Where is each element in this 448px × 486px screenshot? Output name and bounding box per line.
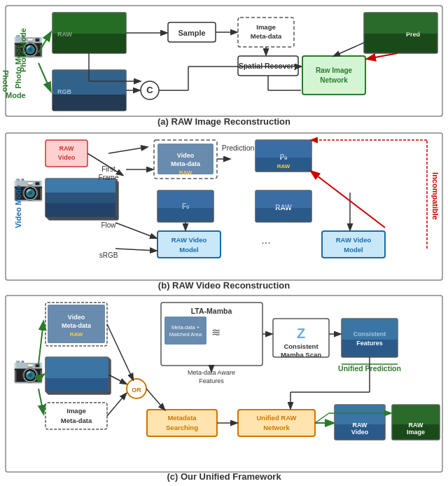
svg-text:Meta-data: Meta-data (62, 322, 92, 329)
svg-rect-120 (164, 317, 206, 345)
svg-text:RAW: RAW (353, 422, 368, 429)
main-container: 📷 Photo Mode Photo Mode Photo Mode RAW R… (0, 0, 448, 486)
svg-text:Features: Features (356, 340, 383, 347)
svg-text:Image: Image (256, 23, 275, 31)
svg-text:First: First (102, 165, 115, 173)
svg-text:LTA-Mamba: LTA-Mamba (191, 307, 232, 315)
svg-text:Raw Image: Raw Image (316, 67, 353, 74)
svg-text:Image: Image (407, 429, 425, 436)
svg-text:Video: Video (58, 154, 76, 161)
svg-line-92 (312, 172, 385, 228)
svg-text:Meta-data: Meta-data (171, 160, 201, 167)
svg-rect-8 (52, 13, 126, 34)
svg-text:Model: Model (344, 246, 363, 254)
svg-text:RAW: RAW (179, 169, 192, 176)
svg-text:Model: Model (179, 246, 198, 254)
svg-text:Sample: Sample (178, 29, 205, 37)
svg-line-112 (38, 389, 43, 413)
svg-text:Searching: Searching (166, 424, 198, 431)
svg-line-85 (115, 249, 156, 251)
svg-rect-48 (46, 140, 88, 167)
svg-text:≋: ≋ (211, 326, 220, 338)
diagram-svg: 📷 Photo Mode Photo Mode Photo Mode RAW R… (0, 0, 448, 486)
svg-text:Prediction: Prediction (222, 144, 255, 152)
svg-text:(c) Our Unified Framework: (c) Our Unified Framework (167, 471, 281, 482)
svg-text:Incompatible: Incompatible (431, 172, 440, 220)
svg-text:sRGB: sRGB (99, 251, 118, 259)
svg-rect-135 (342, 319, 398, 340)
svg-text:Matched Area: Matched Area (169, 331, 202, 338)
svg-text:Flow: Flow (101, 221, 116, 229)
svg-text:Network: Network (263, 424, 290, 431)
svg-text:OR: OR (132, 387, 141, 394)
svg-text:···: ··· (261, 237, 270, 249)
svg-text:Photo Mode: Photo Mode (14, 45, 22, 89)
svg-text:Unified RAW: Unified RAW (257, 414, 297, 422)
svg-rect-55 (46, 193, 115, 217)
svg-rect-90 (255, 190, 312, 208)
svg-text:Features: Features (199, 377, 224, 384)
svg-text:Video: Video (177, 152, 195, 159)
svg-text:Network: Network (320, 76, 348, 84)
svg-text:(a) RAW Image Reconstruction: (a) RAW Image Reconstruction (158, 116, 290, 127)
svg-rect-106 (46, 357, 108, 378)
svg-text:Video: Video (351, 429, 369, 436)
svg-text:RAW Video: RAW Video (336, 236, 372, 244)
svg-text:C: C (146, 85, 153, 95)
svg-line-43 (334, 42, 365, 56)
svg-text:RAW: RAW (70, 331, 83, 338)
svg-text:Spatial Recovery: Spatial Recovery (239, 62, 298, 70)
svg-text:Video Mode: Video Mode (14, 185, 22, 228)
svg-line-42 (368, 53, 398, 59)
svg-text:RAW: RAW (409, 422, 424, 429)
svg-text:Z: Z (297, 326, 305, 341)
svg-text:Meta-data +: Meta-data + (172, 324, 200, 331)
svg-text:Metadata: Metadata (167, 414, 197, 422)
svg-rect-78 (322, 231, 385, 258)
svg-line-116 (107, 394, 126, 416)
svg-text:Mode: Mode (6, 91, 26, 99)
svg-text:(b) RAW Video Reconstruction: (b) RAW Video Reconstruction (158, 280, 290, 291)
svg-text:Frame: Frame (99, 174, 119, 181)
svg-rect-9 (52, 34, 126, 53)
svg-rect-41 (364, 13, 438, 34)
svg-line-156 (315, 413, 329, 423)
svg-text:Meta-data: Meta-data (251, 32, 282, 40)
svg-rect-36 (302, 56, 365, 95)
svg-line-84 (115, 223, 156, 238)
svg-text:RAW: RAW (277, 163, 290, 169)
svg-text:Mamba Scan: Mamba Scan (281, 351, 321, 359)
svg-text:RAW: RAW (59, 145, 75, 152)
svg-text:Image: Image (66, 407, 85, 415)
svg-line-65 (108, 147, 147, 153)
svg-line-145 (146, 389, 164, 410)
svg-rect-13 (52, 95, 126, 111)
svg-text:Photo: Photo (1, 70, 10, 92)
svg-rect-74 (255, 140, 312, 158)
svg-rect-70 (158, 190, 214, 208)
svg-text:RAW Video: RAW Video (172, 236, 207, 244)
svg-text:Meta-data: Meta-data (61, 417, 92, 424)
svg-text:Consistent: Consistent (284, 342, 318, 350)
svg-rect-75 (158, 231, 220, 258)
svg-line-15 (38, 63, 50, 90)
svg-text:Video: Video (68, 314, 85, 321)
